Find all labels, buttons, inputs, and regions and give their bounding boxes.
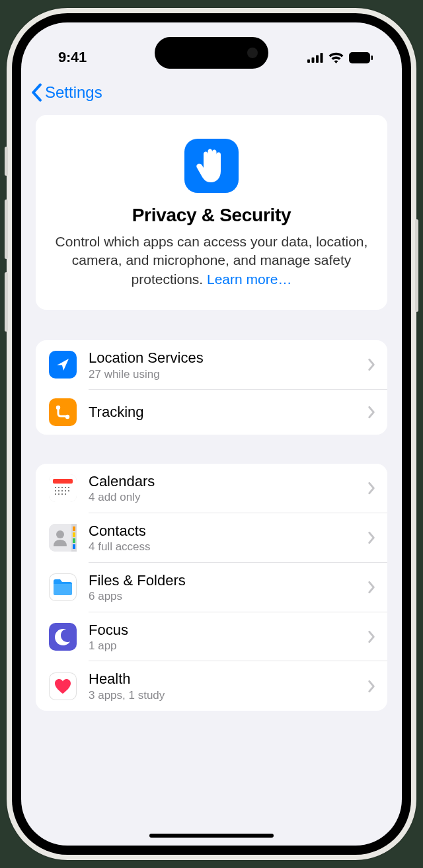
svg-point-20 <box>55 493 56 495</box>
svg-point-30 <box>56 530 64 538</box>
svg-rect-8 <box>49 474 77 502</box>
row-health[interactable]: Health 3 apps, 1 study <box>36 661 387 711</box>
svg-point-12 <box>61 487 63 488</box>
svg-point-15 <box>55 490 56 491</box>
hero-card: Privacy & Security Control which apps ca… <box>36 115 387 310</box>
dynamic-island <box>155 37 268 69</box>
home-indicator[interactable] <box>149 834 274 838</box>
section-data-access: Calendars 4 add only Contacts 4 full acc… <box>36 464 387 711</box>
svg-point-23 <box>65 493 66 495</box>
row-title: Calendars <box>89 472 356 491</box>
location-arrow-icon <box>49 351 77 379</box>
svg-point-10 <box>55 487 56 488</box>
chevron-right-icon <box>367 531 375 544</box>
svg-rect-5 <box>371 55 373 60</box>
svg-point-19 <box>68 490 69 491</box>
row-title: Files & Folders <box>89 571 356 590</box>
back-button[interactable]: Settings <box>30 83 102 102</box>
row-location-services[interactable]: Location Services 27 while using <box>36 340 387 390</box>
section-location: Location Services 27 while using Trackin… <box>36 340 387 435</box>
hero-title: Privacy & Security <box>53 205 370 226</box>
volume-down-button <box>5 272 8 332</box>
row-subtitle: 4 full access <box>89 540 356 554</box>
row-files-folders[interactable]: Files & Folders 6 apps <box>36 563 387 612</box>
svg-point-14 <box>68 487 69 488</box>
phone-frame: 9:41 Settings Privacy & S <box>7 8 416 860</box>
svg-rect-2 <box>316 55 319 63</box>
svg-rect-27 <box>73 532 75 537</box>
row-title: Contacts <box>89 522 356 540</box>
volume-up-button <box>5 199 8 259</box>
row-subtitle: 3 apps, 1 study <box>89 689 356 702</box>
screen: 9:41 Settings Privacy & S <box>21 22 402 846</box>
chevron-right-icon <box>367 581 375 594</box>
svg-point-11 <box>58 487 59 488</box>
moon-icon <box>49 623 77 651</box>
row-calendars[interactable]: Calendars 4 add only <box>36 464 387 513</box>
power-button <box>415 219 418 312</box>
svg-rect-0 <box>307 59 310 63</box>
row-subtitle: 1 app <box>89 639 356 653</box>
svg-rect-9 <box>53 479 73 484</box>
chevron-right-icon <box>367 358 375 371</box>
svg-point-21 <box>58 493 59 495</box>
row-subtitle: 6 apps <box>89 590 356 603</box>
tracking-icon <box>49 398 77 426</box>
heart-icon <box>49 672 77 700</box>
calendar-icon <box>49 474 77 502</box>
svg-point-16 <box>58 490 59 491</box>
svg-rect-26 <box>73 526 75 531</box>
row-contacts[interactable]: Contacts 4 full access <box>36 513 387 563</box>
row-title: Location Services <box>89 349 356 367</box>
row-tracking[interactable]: Tracking <box>36 390 387 435</box>
back-label: Settings <box>45 83 102 102</box>
status-time: 9:41 <box>58 49 87 66</box>
battery-icon <box>349 52 373 63</box>
row-title: Tracking <box>89 403 356 421</box>
svg-rect-28 <box>73 538 75 543</box>
row-subtitle: 4 add only <box>89 491 356 504</box>
row-title: Health <box>89 670 356 688</box>
row-focus[interactable]: Focus 1 app <box>36 612 387 662</box>
chevron-right-icon <box>367 482 375 495</box>
contacts-icon <box>49 524 77 552</box>
hero-description: Control which apps can access your data,… <box>53 233 370 289</box>
svg-rect-3 <box>321 53 323 63</box>
chevron-right-icon <box>367 680 375 693</box>
chevron-right-icon <box>367 630 375 643</box>
chevron-right-icon <box>367 406 375 419</box>
chevron-left-icon <box>30 83 42 102</box>
svg-point-17 <box>61 490 63 491</box>
svg-rect-1 <box>312 57 315 63</box>
wifi-icon <box>328 52 344 63</box>
svg-point-22 <box>61 493 63 495</box>
mute-switch <box>5 147 8 176</box>
svg-point-13 <box>65 487 66 488</box>
learn-more-link[interactable]: Learn more… <box>207 271 291 287</box>
cellular-icon <box>307 53 323 63</box>
svg-point-18 <box>65 490 66 491</box>
row-title: Focus <box>89 621 356 639</box>
folder-icon <box>49 573 77 601</box>
privacy-hand-icon <box>184 139 239 193</box>
svg-rect-4 <box>349 52 370 63</box>
row-subtitle: 27 while using <box>89 368 356 381</box>
svg-rect-29 <box>73 544 75 549</box>
nav-bar: Settings <box>21 74 402 115</box>
